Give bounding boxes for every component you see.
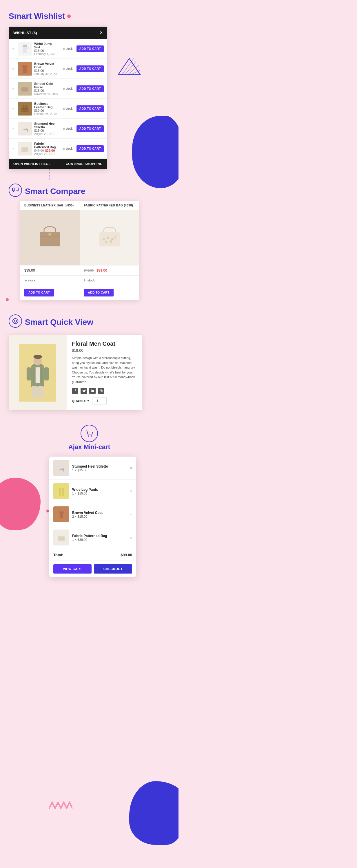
compare-add-to-cart-btn-1[interactable]: ADD TO CART — [24, 289, 54, 297]
svg-rect-11 — [22, 89, 28, 89]
minicart-icon-area: Ajax Mini-cart — [9, 425, 170, 457]
minicart-item-info: Wide Leg Pants 1 × $15.00 — [72, 488, 127, 495]
svg-line-14 — [27, 130, 28, 132]
linkedin-share-icon[interactable] — [89, 388, 96, 394]
wishlist-item-image — [18, 42, 32, 56]
twitter-share-icon[interactable] — [81, 388, 87, 394]
minicart-remove-btn[interactable]: × — [130, 489, 132, 494]
quickview-icon — [9, 314, 22, 328]
quickview-product-name: Floral Men Coat — [72, 340, 137, 347]
wishlist-add-to-cart-btn[interactable]: ADD TO CART — [77, 45, 104, 52]
wishlist-remove-btn[interactable]: × — [12, 127, 16, 130]
minicart-item: Fabric Patterned Bag 1 × $39.00 × — [49, 526, 136, 549]
compare-btn-cell-2: ADD TO CART — [80, 285, 139, 300]
wishlist-item-image — [18, 82, 32, 96]
svg-rect-8 — [23, 47, 27, 53]
svg-point-27 — [49, 233, 51, 236]
quickview-panel: Floral Men Coat $19.00 Simple design wit… — [9, 335, 142, 410]
wishlist-section-title: Smart Wishlist — [9, 11, 170, 21]
wishlist-add-to-cart-btn[interactable]: ADD TO CART — [77, 125, 104, 132]
svg-rect-20 — [16, 188, 18, 191]
svg-point-17 — [24, 149, 26, 150]
minicart-item: Stumped Heel Stiletto 1 × $15.00 × — [49, 457, 136, 480]
wishlist-add-to-cart-btn[interactable]: ADD TO CART — [77, 145, 104, 152]
svg-point-18 — [26, 149, 27, 150]
compare-status-row: In stock In stock — [20, 275, 139, 285]
continue-shopping-link[interactable]: CONTINUE SHOPPING — [66, 162, 102, 165]
quantity-input[interactable] — [92, 398, 107, 404]
wishlist-footer: OPEN WISHLIST PAGE CONTINUE SHOPPING — [9, 159, 107, 169]
svg-rect-41 — [38, 386, 43, 398]
wishlist-remove-btn[interactable]: × — [12, 87, 16, 90]
wishlist-item-status: In stock — [61, 127, 74, 130]
minicart-remove-btn[interactable]: × — [130, 512, 132, 517]
view-cart-button[interactable]: VIEW CART — [53, 564, 92, 574]
wishlist-item: × Stumped Heel Stiletto $15.00 August 22… — [9, 119, 107, 139]
wishlist-item-info: Brown Velvet Coat $15.00 January 30, 202… — [34, 62, 59, 75]
minicart-icon — [81, 425, 98, 442]
svg-rect-52 — [59, 488, 64, 489]
svg-line-51 — [63, 470, 64, 472]
minicart-item-image — [53, 506, 69, 522]
svg-point-35 — [14, 320, 17, 322]
wishlist-remove-btn[interactable]: × — [12, 147, 16, 150]
minicart-item: Wide Leg Pants 1 × $15.00 × — [49, 480, 136, 503]
compare-price-2: $49.00 $39.00 — [80, 266, 139, 275]
wishlist-close-button[interactable]: × — [100, 30, 102, 35]
compare-section-title: Smart Compare — [25, 187, 86, 196]
svg-rect-53 — [59, 489, 61, 496]
compare-btn-row: ADD TO CART ADD TO CART — [20, 285, 139, 300]
minicart-panel: Stumped Heel Stiletto 1 × $15.00 × Wide … — [49, 457, 136, 577]
wishlist-remove-btn[interactable]: × — [12, 47, 16, 51]
wishlist-add-to-cart-btn[interactable]: ADD TO CART — [77, 105, 104, 112]
wishlist-item-info: Stumped Heel Stiletto $15.00 August 22, … — [34, 122, 59, 135]
zigzag-decoration — [49, 800, 72, 810]
wishlist-header-title: WISHLIST (6) — [13, 31, 37, 35]
svg-point-43 — [33, 355, 42, 359]
wishlist-item-status: In stock — [61, 67, 74, 70]
wishlist-item: × Fabric Patterned Bag $49.00 $39.00 Aug… — [9, 139, 107, 159]
compare-price-1: $39.00 — [20, 266, 80, 275]
svg-rect-45 — [44, 367, 49, 380]
minicart-remove-btn[interactable]: × — [130, 466, 132, 470]
wishlist-item-status: In stock — [61, 47, 74, 51]
svg-point-31 — [111, 238, 114, 240]
wishlist-add-to-cart-btn[interactable]: ADD TO CART — [77, 65, 104, 72]
wishlist-add-to-cart-btn[interactable]: ADD TO CART — [77, 85, 104, 92]
minicart-buttons: VIEW CART CHECKOUT — [49, 561, 136, 577]
wishlist-item-image — [18, 142, 32, 155]
compare-add-to-cart-btn-2[interactable]: ADD TO CART — [84, 289, 114, 297]
minicart-item-info: Fabric Patterned Bag 1 × $39.00 — [72, 534, 127, 541]
wishlist-remove-btn[interactable]: × — [12, 67, 16, 70]
svg-point-34 — [110, 240, 112, 243]
title-dot — [67, 14, 71, 18]
quantity-label: QUANTITY — [72, 399, 89, 403]
checkout-button[interactable]: CHECKOUT — [94, 564, 132, 574]
bg-decoration-blue2 — [129, 781, 179, 845]
quantity-row: QUANTITY — [72, 398, 137, 404]
compare-price-row: $39.00 $49.00 $39.00 — [20, 265, 139, 275]
quickview-info: Floral Men Coat $19.00 Simple design wit… — [67, 335, 142, 410]
instagram-share-icon[interactable] — [98, 388, 104, 394]
wishlist-remove-btn[interactable]: × — [12, 107, 16, 110]
wishlist-item-image — [18, 62, 32, 75]
svg-point-33 — [105, 241, 107, 243]
wishlist-item-info: Striped Coin Purse $15.00 November 5, 20… — [34, 82, 59, 96]
svg-rect-40 — [32, 386, 37, 398]
minicart-section-title: Ajax Mini-cart — [68, 443, 110, 451]
minicart-remove-btn[interactable]: × — [130, 535, 132, 540]
wishlist-item-status: In stock — [61, 147, 74, 150]
compare-img-2 — [80, 210, 139, 265]
open-wishlist-link[interactable]: OPEN WISHLIST PAGE — [13, 162, 51, 165]
compare-col-header-2: FABRIC PATTERNED BAG (#638) — [80, 201, 139, 210]
facebook-share-icon[interactable] — [72, 388, 78, 394]
minicart-total-amount: $99.00 — [121, 553, 132, 557]
wishlist-item: × Business Leather Bag $39.00 October 28… — [9, 99, 107, 119]
compare-section: Smart Compare BUSINESS LEATHER BAG (#635… — [9, 184, 170, 300]
quickview-product-image — [9, 335, 67, 410]
social-share-icons — [72, 388, 137, 394]
svg-rect-39 — [36, 367, 40, 383]
svg-point-58 — [63, 538, 64, 539]
compare-header: BUSINESS LEATHER BAG (#635) FABRIC PATTE… — [20, 201, 139, 210]
compare-col-header-1: BUSINESS LEATHER BAG (#635) — [20, 201, 80, 210]
